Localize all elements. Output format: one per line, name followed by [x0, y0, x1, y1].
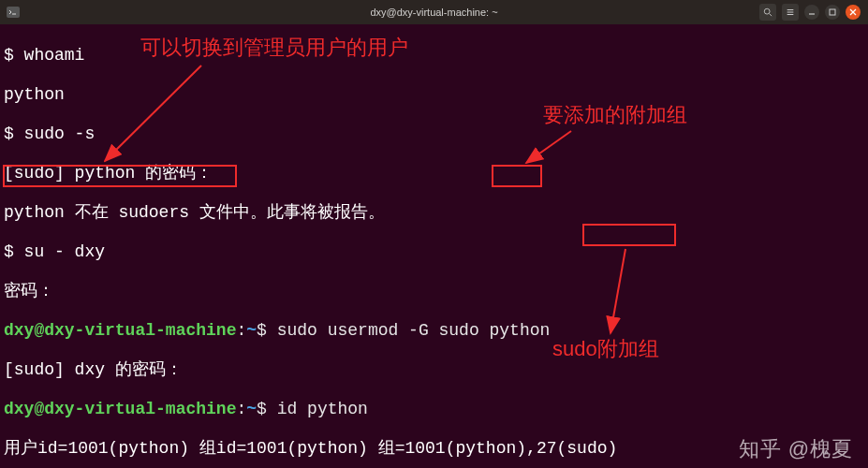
- window-titlebar: dxy@dxy-virtual-machine: ~: [0, 0, 868, 24]
- svg-line-2: [770, 14, 772, 17]
- prompt-sep: :: [236, 321, 246, 340]
- terminal-line: dxy@dxy-virtual-machine:~$ id python: [4, 400, 864, 419]
- terminal-line: python: [4, 85, 864, 105]
- command-text: $ id python: [257, 400, 368, 418]
- prompt-path: ~: [246, 400, 257, 418]
- svg-point-1: [764, 8, 770, 14]
- terminal-line: $ sudo -s: [4, 124, 864, 144]
- prompt-user: dxy@dxy-virtual-machine: [4, 321, 236, 340]
- svg-rect-0: [7, 7, 20, 18]
- search-icon[interactable]: [759, 4, 776, 21]
- terminal-line: dxy@dxy-virtual-machine:~$ sudo usermod …: [4, 321, 864, 341]
- prompt-sep: :: [236, 400, 246, 418]
- terminal-line: $ whoami: [4, 46, 864, 66]
- terminal-line: python 不在 sudoers 文件中。此事将被报告。: [4, 203, 864, 223]
- maximize-button[interactable]: [825, 5, 840, 20]
- command-text: $ sudo usermod -G sudo python: [257, 321, 550, 340]
- close-button[interactable]: [846, 5, 861, 20]
- terminal-line: 用户id=1001(python) 组id=1001(python) 组=100…: [4, 439, 864, 459]
- terminal-app-icon: [6, 5, 21, 20]
- window-title: dxy@dxy-virtual-machine: ~: [0, 3, 868, 22]
- terminal-line: [sudo] python 的密码：: [4, 164, 864, 183]
- prompt-user: dxy@dxy-virtual-machine: [4, 400, 236, 418]
- terminal-line: 密码：: [4, 282, 864, 301]
- svg-rect-7: [830, 9, 835, 15]
- menu-icon[interactable]: [782, 4, 799, 21]
- terminal-body[interactable]: $ whoami python $ sudo -s [sudo] python …: [0, 24, 868, 468]
- minimize-button[interactable]: [804, 5, 819, 20]
- prompt-path: ~: [246, 321, 257, 340]
- terminal-line: $ su - dxy: [4, 242, 864, 262]
- watermark-text: 知乎 @槐夏: [739, 439, 853, 459]
- terminal-line: [sudo] dxy 的密码：: [4, 360, 864, 380]
